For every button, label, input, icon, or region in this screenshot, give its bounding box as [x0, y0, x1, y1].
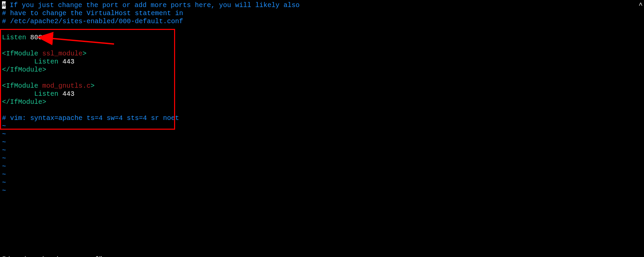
eob-line: ~: [2, 138, 642, 146]
comment-text: # have to change the VirtualHost stateme…: [2, 9, 183, 17]
listen-keyword: Listen: [34, 58, 58, 66]
eob-line: ~: [2, 187, 642, 195]
code-line: </IfModule>: [2, 98, 642, 106]
listen-port: 443: [62, 58, 74, 66]
ifmodule-close: IfModule: [10, 98, 42, 106]
eob-line: ~: [2, 130, 642, 138]
eob-line: ~: [2, 146, 642, 155]
eob-line: ~: [2, 179, 642, 187]
code-line: Listen 443: [2, 90, 642, 98]
ifmodule-open: IfModule: [6, 50, 38, 57]
code-line: # /etc/apache2/sites-enabled/000-default…: [2, 17, 642, 26]
status-file: "/etc/apache2/ports.conf" 15L, 322C: [2, 256, 143, 257]
eob-line: ~: [2, 171, 642, 179]
comment-text: # /etc/apache2/sites-enabled/000-default…: [2, 17, 183, 25]
vim-terminal[interactable]: # If you just change the port or add mor…: [0, 0, 644, 257]
scroll-indicator: ^: [639, 1, 643, 9]
code-line: Listen 443: [2, 58, 642, 66]
code-line: </IfModule>: [2, 66, 642, 74]
code-line: Listen 8080: [2, 34, 642, 42]
listen-keyword: Listen: [34, 90, 58, 98]
vim-modeline: # vim: syntax=apache ts=4 sw=4 sts=4 sr …: [2, 114, 179, 122]
code-line: # vim: syntax=apache ts=4 sw=4 sts=4 sr …: [2, 114, 642, 122]
code-line: # If you just change the port or add mor…: [2, 1, 642, 9]
blank-line: [2, 26, 642, 34]
listen-port: 8080: [30, 34, 46, 41]
cursor: #: [2, 1, 6, 9]
eob-line: ~: [2, 163, 642, 171]
code-line: <IfModule ssl_module>: [2, 50, 642, 58]
comment-text: If you just change the port or add more …: [6, 1, 300, 9]
code-line: # have to change the VirtualHost stateme…: [2, 9, 642, 17]
module-name: mod_gnutls.c: [42, 82, 91, 90]
eob-line: ~: [2, 155, 642, 163]
blank-line: [2, 74, 642, 82]
ifmodule-open: IfModule: [6, 82, 38, 90]
ifmodule-close: IfModule: [10, 66, 42, 74]
listen-keyword: Listen: [2, 34, 26, 41]
blank-line: [2, 106, 642, 114]
eob-line: ~: [2, 122, 642, 130]
blank-line: [2, 42, 642, 50]
module-name: ssl_module: [42, 50, 83, 57]
listen-port: 443: [62, 90, 74, 98]
code-line: <IfModule mod_gnutls.c>: [2, 82, 642, 90]
vim-status-bar: "/etc/apache2/ports.conf" 15L, 322C 1,1 …: [2, 248, 642, 256]
